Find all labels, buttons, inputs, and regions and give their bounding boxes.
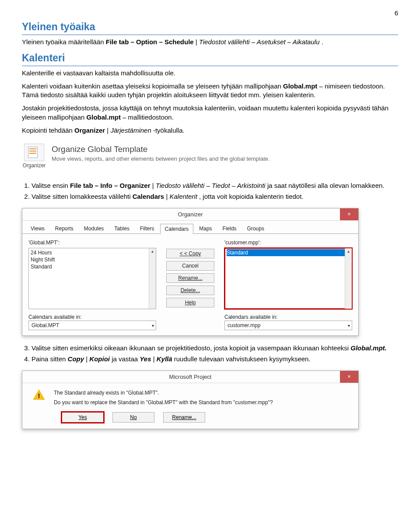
close-button[interactable]: × <box>340 371 358 383</box>
close-icon: × <box>347 208 351 220</box>
text: Paina sitten <box>32 355 68 363</box>
text-bold-italic: Kopioi <box>89 355 110 363</box>
paragraph-k4: Kopiointi tehdään Organizer | Järjestämi… <box>22 126 398 135</box>
organizer-dialog: Organizer × Views Reports Modules Tables… <box>22 208 359 336</box>
organizer-left-column: 'Global.MPT': 24 Hours Night Shift Stand… <box>28 239 156 330</box>
close-icon: × <box>347 370 351 383</box>
confirm-dialog: Microsoft Project × ! The Standard alrea… <box>22 370 359 429</box>
step-1: Valitse ensin File tab – Info – Organize… <box>32 181 398 190</box>
cancel-button[interactable]: Cancel <box>166 261 214 271</box>
heading-kalenteri: Kalenteri <box>22 51 398 66</box>
tab-views[interactable]: Views <box>26 223 49 234</box>
paragraph-k1: Kalenterille ei vastaavan kaltaista mahd… <box>22 69 398 78</box>
left-list-label: 'Global.MPT': <box>28 239 156 246</box>
avail-left-label: Calendars available in: <box>28 314 156 321</box>
tab-modules[interactable]: Modules <box>79 223 108 234</box>
chevron-down-icon: ▾ <box>348 323 350 329</box>
text-bold: Global.mpt <box>87 113 121 121</box>
scrollbar[interactable] <box>149 248 156 309</box>
text: ja vastaa <box>112 355 140 363</box>
confirm-body: ! The Standard already exists in "Global… <box>22 383 358 409</box>
tab-tables[interactable]: Tables <box>109 223 134 234</box>
right-list-label: 'customer.mpp': <box>224 239 352 246</box>
text-bold: Organizer <box>74 127 105 134</box>
list-item[interactable]: Standard <box>31 263 154 270</box>
paragraph-yleinen: Yleinen työaika määritellään File tab – … <box>22 38 398 46</box>
list-item-selected[interactable]: Standard <box>227 249 350 256</box>
no-button[interactable]: No <box>112 412 154 423</box>
text: Kopiointi tehdään <box>22 127 74 134</box>
delete-button[interactable]: Delete... <box>166 286 214 295</box>
chevron-down-icon: ▾ <box>152 323 154 329</box>
paragraph-k3: Jostakin projekitiedostosta, jossa käytt… <box>22 104 398 122</box>
text: – mallitiedostoon. <box>122 113 174 121</box>
left-listbox[interactable]: 24 Hours Night Shift Standard <box>28 248 156 309</box>
text: | <box>196 38 199 46</box>
scrollbar[interactable] <box>345 248 352 309</box>
organizer-body: 'Global.MPT': 24 Hours Night Shift Stand… <box>22 233 358 335</box>
tab-reports[interactable]: Reports <box>50 223 78 234</box>
yes-button[interactable]: Yes <box>62 412 104 423</box>
text: | <box>153 355 157 363</box>
text: , jotta voit kopioida kalenterin tiedot. <box>199 193 303 200</box>
organizer-ribbon-button[interactable]: Organizer <box>22 144 46 169</box>
text-bold-italic: Global.mpt. <box>350 344 387 352</box>
list-item[interactable]: 24 Hours <box>31 249 154 256</box>
avail-right-select[interactable]: customer.mpp ▾ <box>224 321 352 330</box>
list-item[interactable]: Night Shift <box>31 256 154 263</box>
copy-button[interactable]: < < Copy <box>166 249 214 258</box>
avail-right-label: Calendars available in: <box>224 314 352 321</box>
right-listbox[interactable]: Standard <box>224 248 352 309</box>
rename-button[interactable]: Rename... <box>166 273 214 283</box>
text-italic: Tiedosto välilehti – Tiedot – Arkistoint… <box>156 182 266 189</box>
tab-bar: Views Reports Modules Tables Filters Cal… <box>22 221 358 234</box>
ogt-title: Organize Global Template <box>52 144 270 155</box>
select-value: Global.MPT <box>32 322 59 329</box>
organizer-icon-label: Organizer <box>22 162 46 169</box>
tab-fields[interactable]: Fields <box>218 223 242 234</box>
text: Valitse ensin <box>32 182 70 189</box>
text-bold: File tab – Info – Organizer <box>70 182 150 189</box>
text: -työkalulla. <box>153 127 185 134</box>
steps-list-1: Valitse ensin File tab – Info – Organize… <box>32 181 398 201</box>
confirm-title-text: Microsoft Project <box>169 374 212 380</box>
text-bold-italic: Yes <box>140 355 151 363</box>
text-bold-italic: Kyllä <box>157 355 172 363</box>
tab-groups[interactable]: Groups <box>242 223 269 234</box>
dialog-title: Organizer × <box>22 208 358 221</box>
text-italic: Kalenterit <box>169 193 197 200</box>
text-bold-italic: Copy <box>68 355 84 363</box>
text-bold: File tab – Option – Schedule <box>106 38 194 46</box>
tab-filters[interactable]: Filters <box>135 223 159 234</box>
text-bold: Calendars <box>133 193 164 200</box>
warning-icon: ! <box>33 389 45 402</box>
page-number: 6 <box>22 9 398 18</box>
confirm-button-row: Yes No Rename... <box>22 409 358 429</box>
organizer-buttons: < < Copy Cancel Rename... Delete... Help <box>160 239 221 330</box>
avail-left-select[interactable]: Global.MPT ▾ <box>28 321 156 330</box>
text: Valitse sitten esimerkiksi oikeaan ikkun… <box>32 344 350 352</box>
organizer-icon <box>24 144 44 161</box>
dialog-title-text: Organizer <box>178 211 203 218</box>
step-3: Valitse sitten esimerkiksi oikeaan ikkun… <box>32 344 398 353</box>
step-4: Paina sitten Copy | Kopioi ja vastaa Yes… <box>32 355 398 363</box>
close-button[interactable]: × <box>340 208 358 220</box>
text-bold: Global.mpt <box>283 82 317 90</box>
text: . <box>322 38 323 46</box>
heading-yleinen-tyoaika: Yleinen työaika <box>22 20 398 35</box>
confirm-line-1: The Standard already exists in "Global.M… <box>54 389 273 396</box>
organizer-right-column: 'customer.mpp': Standard Calendars avail… <box>224 239 352 330</box>
organize-global-template-block: Organizer Organize Global Template Move … <box>22 144 398 169</box>
paragraph-k2: Kalenteri voidaan kuitenkin asettaa ylei… <box>22 82 398 100</box>
tab-calendars[interactable]: Calendars <box>160 224 194 234</box>
text: Jostakin projekitiedostosta, jossa käytt… <box>22 104 388 120</box>
text: ruudulle tulevaan vahvistukseen kysymyks… <box>174 355 311 363</box>
text: Calendars available in: <box>224 314 277 320</box>
text: Kalenteri voidaan kuitenkin asettaa ylei… <box>22 82 283 90</box>
ogt-description: Move views, reports, and other elements … <box>52 155 270 163</box>
confirm-title: Microsoft Project × <box>22 371 358 383</box>
tab-maps[interactable]: Maps <box>194 223 217 234</box>
help-button[interactable]: Help <box>166 298 214 307</box>
text: ja saat näytöllesi alla olevan lomakkeen… <box>267 182 385 189</box>
rename-button[interactable]: Rename... <box>163 412 205 423</box>
